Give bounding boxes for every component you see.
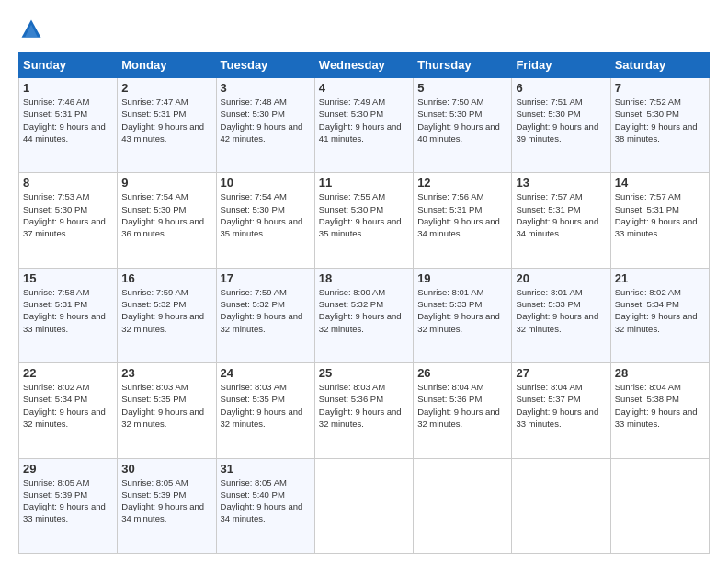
calendar-header-tuesday: Tuesday	[216, 52, 314, 78]
calendar-week-2: 8 Sunrise: 7:53 AMSunset: 5:30 PMDayligh…	[19, 173, 710, 268]
logo-icon	[18, 17, 44, 42]
calendar-cell: 10 Sunrise: 7:54 AMSunset: 5:30 PMDaylig…	[216, 173, 314, 268]
day-info: Sunrise: 7:51 AMSunset: 5:30 PMDaylight:…	[516, 97, 598, 144]
day-number: 29	[23, 462, 113, 476]
calendar-cell: 20 Sunrise: 8:01 AMSunset: 5:33 PMDaylig…	[512, 268, 610, 362]
calendar-header-friday: Friday	[512, 52, 610, 78]
calendar-cell: 1 Sunrise: 7:46 AMSunset: 5:31 PMDayligh…	[19, 78, 118, 173]
calendar-cell: 24 Sunrise: 8:03 AMSunset: 5:35 PMDaylig…	[216, 363, 314, 458]
calendar-cell: 5 Sunrise: 7:50 AMSunset: 5:30 PMDayligh…	[414, 78, 512, 173]
calendar-cell: 6 Sunrise: 7:51 AMSunset: 5:30 PMDayligh…	[512, 78, 610, 173]
day-info: Sunrise: 7:46 AMSunset: 5:31 PMDaylight:…	[23, 97, 106, 144]
day-number: 21	[615, 271, 705, 285]
logo	[18, 17, 50, 42]
day-number: 30	[121, 462, 211, 476]
day-info: Sunrise: 7:58 AMSunset: 5:31 PMDaylight:…	[23, 287, 106, 334]
day-number: 27	[516, 366, 606, 380]
calendar-cell: 12 Sunrise: 7:56 AMSunset: 5:31 PMDaylig…	[414, 173, 512, 268]
calendar-cell: 17 Sunrise: 7:59 AMSunset: 5:32 PMDaylig…	[216, 268, 314, 362]
day-number: 18	[319, 271, 409, 285]
calendar-cell: 2 Sunrise: 7:47 AMSunset: 5:31 PMDayligh…	[118, 78, 216, 173]
calendar-week-1: 1 Sunrise: 7:46 AMSunset: 5:31 PMDayligh…	[19, 78, 710, 173]
day-number: 2	[121, 81, 211, 95]
day-number: 13	[516, 176, 606, 190]
calendar-header-sunday: Sunday	[19, 52, 118, 78]
calendar-week-5: 29 Sunrise: 8:05 AMSunset: 5:39 PMDaylig…	[19, 458, 710, 553]
day-info: Sunrise: 8:04 AMSunset: 5:37 PMDaylight:…	[516, 382, 598, 429]
day-info: Sunrise: 7:49 AMSunset: 5:30 PMDaylight:…	[319, 97, 402, 144]
calendar-cell	[512, 458, 610, 553]
day-info: Sunrise: 8:02 AMSunset: 5:34 PMDaylight:…	[23, 382, 106, 429]
day-info: Sunrise: 8:03 AMSunset: 5:36 PMDaylight:…	[319, 382, 402, 429]
calendar-cell: 4 Sunrise: 7:49 AMSunset: 5:30 PMDayligh…	[314, 78, 413, 173]
day-number: 19	[417, 271, 507, 285]
calendar-cell: 31 Sunrise: 8:05 AMSunset: 5:40 PMDaylig…	[216, 458, 314, 553]
day-info: Sunrise: 7:57 AMSunset: 5:31 PMDaylight:…	[516, 191, 598, 238]
calendar-week-4: 22 Sunrise: 8:02 AMSunset: 5:34 PMDaylig…	[19, 363, 710, 458]
day-info: Sunrise: 7:47 AMSunset: 5:31 PMDaylight:…	[121, 97, 204, 144]
day-number: 9	[121, 176, 211, 190]
calendar-cell: 25 Sunrise: 8:03 AMSunset: 5:36 PMDaylig…	[314, 363, 413, 458]
calendar-cell: 21 Sunrise: 8:02 AMSunset: 5:34 PMDaylig…	[610, 268, 709, 362]
day-number: 3	[221, 81, 311, 95]
calendar-cell: 3 Sunrise: 7:48 AMSunset: 5:30 PMDayligh…	[216, 78, 314, 173]
day-info: Sunrise: 8:05 AMSunset: 5:40 PMDaylight:…	[221, 477, 303, 524]
day-number: 26	[417, 366, 507, 380]
day-info: Sunrise: 8:02 AMSunset: 5:34 PMDaylight:…	[615, 287, 698, 334]
day-number: 17	[221, 271, 311, 285]
day-info: Sunrise: 8:04 AMSunset: 5:38 PMDaylight:…	[615, 382, 698, 429]
day-number: 4	[319, 81, 409, 95]
calendar-cell: 16 Sunrise: 7:59 AMSunset: 5:32 PMDaylig…	[118, 268, 216, 362]
calendar-cell	[414, 458, 512, 553]
day-number: 5	[417, 81, 507, 95]
day-info: Sunrise: 8:01 AMSunset: 5:33 PMDaylight:…	[417, 287, 500, 334]
day-info: Sunrise: 7:54 AMSunset: 5:30 PMDaylight:…	[121, 191, 204, 238]
calendar-table: SundayMondayTuesdayWednesdayThursdayFrid…	[18, 52, 710, 554]
calendar-cell: 28 Sunrise: 8:04 AMSunset: 5:38 PMDaylig…	[610, 363, 709, 458]
day-info: Sunrise: 7:56 AMSunset: 5:31 PMDaylight:…	[417, 191, 500, 238]
day-number: 23	[121, 366, 211, 380]
day-info: Sunrise: 8:04 AMSunset: 5:36 PMDaylight:…	[417, 382, 500, 429]
day-info: Sunrise: 7:55 AMSunset: 5:30 PMDaylight:…	[319, 191, 402, 238]
day-info: Sunrise: 7:59 AMSunset: 5:32 PMDaylight:…	[221, 287, 303, 334]
day-number: 7	[615, 81, 705, 95]
day-info: Sunrise: 7:53 AMSunset: 5:30 PMDaylight:…	[23, 191, 106, 238]
day-number: 1	[23, 81, 113, 95]
day-number: 14	[615, 176, 705, 190]
day-info: Sunrise: 8:05 AMSunset: 5:39 PMDaylight:…	[121, 477, 204, 524]
calendar-cell: 15 Sunrise: 7:58 AMSunset: 5:31 PMDaylig…	[19, 268, 118, 362]
day-number: 6	[516, 81, 606, 95]
day-number: 24	[221, 366, 311, 380]
calendar-cell: 9 Sunrise: 7:54 AMSunset: 5:30 PMDayligh…	[118, 173, 216, 268]
calendar-cell: 19 Sunrise: 8:01 AMSunset: 5:33 PMDaylig…	[414, 268, 512, 362]
page: SundayMondayTuesdayWednesdayThursdayFrid…	[0, 0, 728, 563]
calendar-cell: 26 Sunrise: 8:04 AMSunset: 5:36 PMDaylig…	[414, 363, 512, 458]
day-number: 15	[23, 271, 113, 285]
day-info: Sunrise: 8:03 AMSunset: 5:35 PMDaylight:…	[121, 382, 204, 429]
calendar-cell	[314, 458, 413, 553]
calendar-cell: 30 Sunrise: 8:05 AMSunset: 5:39 PMDaylig…	[118, 458, 216, 553]
calendar-cell: 11 Sunrise: 7:55 AMSunset: 5:30 PMDaylig…	[314, 173, 413, 268]
day-info: Sunrise: 8:01 AMSunset: 5:33 PMDaylight:…	[516, 287, 598, 334]
calendar-cell: 8 Sunrise: 7:53 AMSunset: 5:30 PMDayligh…	[19, 173, 118, 268]
calendar-header-row: SundayMondayTuesdayWednesdayThursdayFrid…	[19, 52, 710, 78]
day-number: 20	[516, 271, 606, 285]
day-number: 8	[23, 176, 113, 190]
calendar-header-thursday: Thursday	[414, 52, 512, 78]
calendar-header-wednesday: Wednesday	[314, 52, 413, 78]
day-info: Sunrise: 8:00 AMSunset: 5:32 PMDaylight:…	[319, 287, 402, 334]
calendar-cell: 13 Sunrise: 7:57 AMSunset: 5:31 PMDaylig…	[512, 173, 610, 268]
day-info: Sunrise: 7:52 AMSunset: 5:30 PMDaylight:…	[615, 97, 698, 144]
day-number: 10	[221, 176, 311, 190]
day-number: 11	[319, 176, 409, 190]
calendar-cell: 7 Sunrise: 7:52 AMSunset: 5:30 PMDayligh…	[610, 78, 709, 173]
calendar-header-saturday: Saturday	[610, 52, 709, 78]
calendar-cell: 27 Sunrise: 8:04 AMSunset: 5:37 PMDaylig…	[512, 363, 610, 458]
calendar-header-monday: Monday	[118, 52, 216, 78]
day-number: 31	[221, 462, 311, 476]
calendar-cell: 14 Sunrise: 7:57 AMSunset: 5:31 PMDaylig…	[610, 173, 709, 268]
day-number: 25	[319, 366, 409, 380]
calendar-cell	[610, 458, 709, 553]
day-info: Sunrise: 7:50 AMSunset: 5:30 PMDaylight:…	[417, 97, 500, 144]
header	[18, 17, 710, 42]
